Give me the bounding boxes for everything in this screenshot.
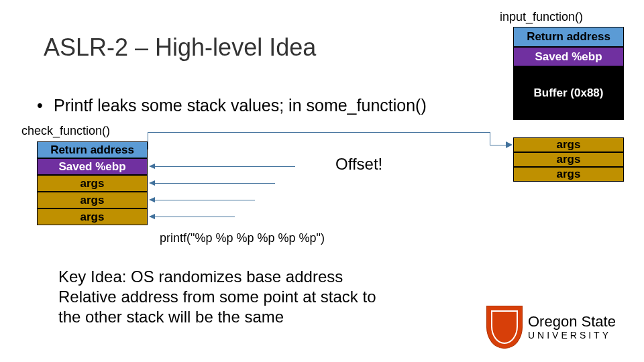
osu-shield-icon xyxy=(486,306,523,349)
arrow-to-ebp xyxy=(154,166,295,167)
check-stack-arg3: args xyxy=(37,208,148,225)
check-function-label: check_function() xyxy=(21,124,110,138)
input-stack-buffer: Buffer (0x88) xyxy=(513,66,624,120)
offset-arrow-seg-v2 xyxy=(490,132,490,145)
offset-arrow-head xyxy=(506,141,513,148)
key-idea-line3: the other stack will be the same xyxy=(58,307,400,327)
arrow-to-arg2 xyxy=(154,200,255,200)
key-idea-text: Key Idea: OS randomizes base address Rel… xyxy=(58,267,400,327)
bullet-text: Printf leaks some stack values; in some_… xyxy=(54,96,427,115)
oregon-state-logo: Oregon State UNIVERSITY xyxy=(486,302,631,352)
check-stack-arg2: args xyxy=(37,192,148,208)
offset-label: Offset! xyxy=(335,155,382,174)
slide-title: ASLR-2 – High-level Idea xyxy=(44,34,316,62)
input-stack-arg3: args xyxy=(513,167,624,182)
input-stack-arg1: args xyxy=(513,137,624,152)
printf-call-text: printf("%p %p %p %p %p %p") xyxy=(160,231,325,245)
key-idea-line1: Key Idea: OS randomizes base address xyxy=(58,267,400,287)
bullet-marker: • xyxy=(37,96,49,115)
osu-logo-line2: UNIVERSITY xyxy=(528,330,616,340)
arrow-to-arg1 xyxy=(154,183,275,184)
osu-logo-text: Oregon State UNIVERSITY xyxy=(528,314,616,340)
input-stack-ebp: Saved %ebp xyxy=(513,47,624,66)
check-stack-arg1: args xyxy=(37,175,148,192)
input-stack-arg2: args xyxy=(513,152,624,167)
arrow-to-arg3 xyxy=(154,217,235,217)
input-function-label: input_function() xyxy=(500,10,583,24)
check-stack-ebp: Saved %ebp xyxy=(37,158,148,175)
offset-arrow-seg-h2 xyxy=(490,145,506,145)
offset-arrow-seg-h1 xyxy=(148,132,490,133)
check-stack-return: Return address xyxy=(37,141,148,158)
input-stack-return: Return address xyxy=(513,27,624,47)
key-idea-line2: Relative address from some point at stac… xyxy=(58,287,400,307)
bullet-line: • Printf leaks some stack values; in som… xyxy=(37,96,427,115)
osu-logo-line1: Oregon State xyxy=(528,314,616,329)
slide: ASLR-2 – High-level Idea • Printf leaks … xyxy=(0,0,644,362)
offset-arrow-seg-v1 xyxy=(148,132,148,149)
